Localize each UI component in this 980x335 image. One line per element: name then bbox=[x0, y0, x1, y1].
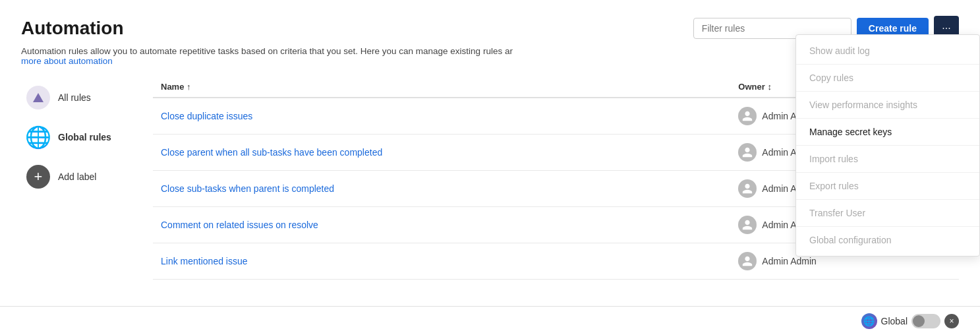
sidebar-add-label-label: Add label bbox=[58, 171, 96, 182]
global-toggle[interactable] bbox=[911, 314, 940, 328]
col-name[interactable]: Name ↑ bbox=[153, 76, 730, 98]
rule-link[interactable]: Link mentioned issue bbox=[161, 256, 248, 266]
avatar bbox=[738, 216, 757, 234]
avatar bbox=[738, 252, 757, 270]
dropdown-item-import-rules[interactable]: Import rules bbox=[796, 146, 979, 173]
rule-name-cell: Link mentioned issue bbox=[153, 243, 730, 280]
dropdown-item-transfer-user[interactable]: Transfer User bbox=[796, 200, 979, 227]
toggle-container bbox=[911, 314, 940, 328]
rule-name-cell: Comment on related issues on resolve bbox=[153, 207, 730, 243]
dropdown-item-copy-rules[interactable]: Copy rules bbox=[796, 65, 979, 92]
add-label-icon: + bbox=[26, 165, 50, 189]
global-indicator: 🌐 Global × bbox=[861, 313, 959, 329]
rule-name-cell: Close duplicate issues bbox=[153, 98, 730, 135]
dropdown-item-global-configuration[interactable]: Global configuration bbox=[796, 227, 979, 253]
more-dots-icon: ··· bbox=[942, 22, 950, 34]
global-label: Global bbox=[881, 316, 908, 326]
close-icon: × bbox=[949, 317, 954, 326]
rule-name-cell: Close sub-tasks when parent is completed bbox=[153, 171, 730, 207]
svg-marker-0 bbox=[33, 93, 43, 102]
global-rules-icon: 🌐 bbox=[26, 125, 50, 149]
sidebar: All rules 🌐 Global rules + Add label bbox=[21, 76, 153, 280]
dropdown-item-show-audit-log[interactable]: Show audit log bbox=[796, 38, 979, 65]
sidebar-item-add-label[interactable]: + Add label bbox=[21, 158, 153, 195]
rule-link[interactable]: Close duplicate issues bbox=[161, 111, 252, 121]
bottom-bar: 🌐 Global × bbox=[0, 306, 980, 335]
all-rules-icon bbox=[26, 86, 50, 109]
rule-name-cell: Close parent when all sub-tasks have bee… bbox=[153, 135, 730, 171]
sidebar-global-rules-label: Global rules bbox=[58, 132, 111, 142]
learn-more-link[interactable]: more about automation bbox=[21, 56, 113, 66]
rule-link[interactable]: Close sub-tasks when parent is completed bbox=[161, 183, 334, 194]
owner-name: Admin Admin bbox=[762, 256, 816, 266]
global-close-button[interactable]: × bbox=[944, 314, 959, 328]
rule-link[interactable]: Close parent when all sub-tasks have bee… bbox=[161, 147, 382, 158]
toggle-thumb bbox=[913, 315, 925, 327]
sidebar-item-all-rules[interactable]: All rules bbox=[21, 79, 153, 116]
sidebar-all-rules-label: All rules bbox=[58, 92, 91, 103]
page-container: Automation Create rule ··· Automation ru… bbox=[0, 0, 980, 335]
sidebar-item-global-rules[interactable]: 🌐 Global rules bbox=[21, 119, 153, 156]
dropdown-item-view-performance-insights[interactable]: View performance insights bbox=[796, 92, 979, 119]
dropdown-menu: Show audit logCopy rulesView performance… bbox=[795, 34, 980, 257]
avatar bbox=[738, 107, 757, 125]
page-title: Automation bbox=[21, 18, 124, 39]
rule-link[interactable]: Comment on related issues on resolve bbox=[161, 220, 318, 230]
avatar bbox=[738, 179, 757, 198]
global-globe-icon: 🌐 bbox=[861, 313, 877, 329]
avatar bbox=[738, 143, 757, 162]
dropdown-item-export-rules[interactable]: Export rules bbox=[796, 173, 979, 200]
dropdown-item-manage-secret-keys[interactable]: Manage secret keys bbox=[796, 119, 979, 146]
description-text: Automation rules allow you to automate r… bbox=[21, 46, 535, 66]
